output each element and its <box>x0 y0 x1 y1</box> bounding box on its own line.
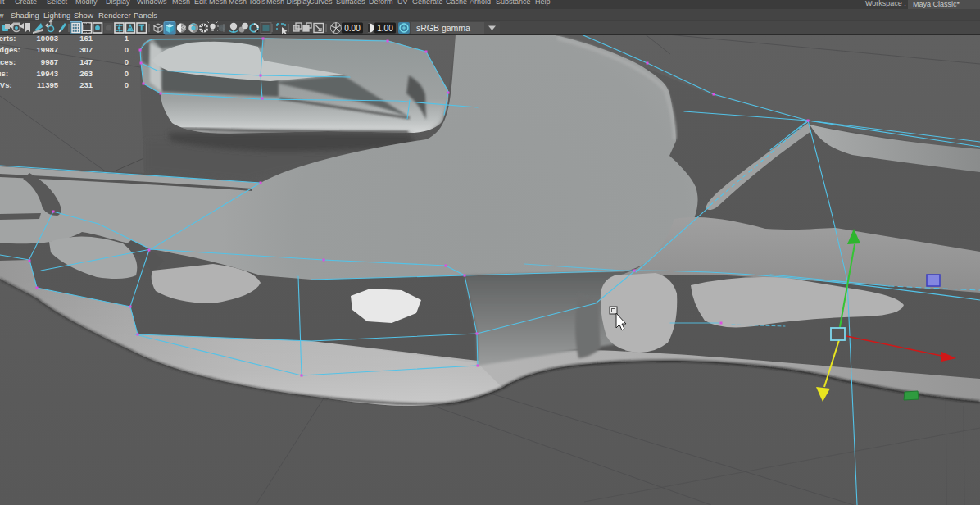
svg-text:Mesh Tools: Mesh Tools <box>229 0 266 6</box>
svg-text:UV: UV <box>397 0 408 6</box>
svg-text:Create: Create <box>15 0 37 6</box>
svg-text:19987: 19987 <box>37 45 58 54</box>
svg-text:Maya Classic*: Maya Classic* <box>913 0 960 8</box>
svg-text:UVs:: UVs: <box>0 80 12 89</box>
svg-text:1.00: 1.00 <box>377 24 393 33</box>
svg-text:0: 0 <box>125 69 129 78</box>
svg-text:Modify: Modify <box>75 0 98 6</box>
svg-text:Edges:: Edges: <box>0 45 20 54</box>
svg-text:Cache: Cache <box>446 0 467 6</box>
svg-text:0: 0 <box>125 80 129 89</box>
svg-text:Lighting: Lighting <box>43 11 70 20</box>
svg-text:Tris:: Tris: <box>0 69 8 78</box>
svg-text:11395: 11395 <box>37 80 59 89</box>
svg-text:Edit: Edit <box>0 0 5 6</box>
svg-text:Curves: Curves <box>309 0 333 6</box>
svg-text:Renderer: Renderer <box>98 11 131 20</box>
svg-text:Show: Show <box>74 11 93 20</box>
svg-text:263: 263 <box>79 69 93 78</box>
svg-text:Shading: Shading <box>11 11 39 20</box>
svg-text:Edit Mesh: Edit Mesh <box>194 0 227 6</box>
svg-text:Panels: Panels <box>134 11 157 20</box>
svg-text:9987: 9987 <box>41 57 58 66</box>
svg-text:Faces:: Faces: <box>0 57 16 66</box>
svg-text:Arnold: Arnold <box>470 0 491 6</box>
svg-text:Mesh Display: Mesh Display <box>266 0 311 6</box>
svg-text:Display: Display <box>106 0 130 6</box>
svg-text:0: 0 <box>125 45 129 54</box>
svg-text:Windows: Windows <box>137 0 167 6</box>
svg-text:0: 0 <box>125 57 129 66</box>
svg-text:Generate: Generate <box>412 0 443 6</box>
svg-text:Surfaces: Surfaces <box>336 0 365 6</box>
svg-text:19943: 19943 <box>37 69 58 78</box>
svg-text:Substance: Substance <box>496 0 531 6</box>
svg-text:Workspace :: Workspace : <box>865 0 906 7</box>
svg-text:Select: Select <box>47 0 68 6</box>
svg-text:Help: Help <box>535 0 551 6</box>
svg-text:View: View <box>0 11 4 20</box>
svg-text:sRGB gamma: sRGB gamma <box>416 23 470 33</box>
svg-text:307: 307 <box>79 45 93 54</box>
svg-text:0.00: 0.00 <box>344 24 361 33</box>
svg-text:231: 231 <box>79 80 93 89</box>
svg-text:Deform: Deform <box>369 0 393 6</box>
svg-text:Mesh: Mesh <box>172 0 190 6</box>
svg-text:147: 147 <box>79 57 93 66</box>
